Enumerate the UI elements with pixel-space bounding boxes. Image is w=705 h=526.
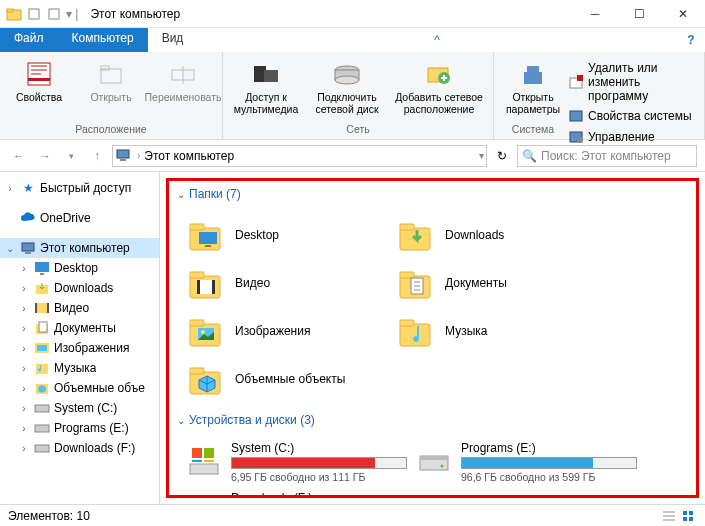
folder-item[interactable]: Музыка — [391, 307, 601, 355]
drive-item[interactable]: System (C:)6,95 ГБ свободно из 111 ГБ — [181, 437, 411, 487]
nav-recent-button[interactable]: ▾ — [60, 145, 82, 167]
sidebar-music[interactable]: ›Музыка — [0, 358, 159, 378]
map-drive-icon — [331, 58, 363, 90]
sidebar-onedrive[interactable]: OneDrive — [0, 208, 159, 228]
svg-rect-77 — [689, 511, 693, 515]
refresh-button[interactable]: ↻ — [491, 145, 513, 167]
map-drive-button[interactable]: Подключить сетевой диск — [311, 56, 383, 117]
documents-icon — [34, 320, 50, 336]
window-title: Этот компьютер — [84, 7, 573, 21]
group-network-label: Сеть — [346, 121, 369, 135]
folder-label: Видео — [235, 276, 270, 290]
open-settings-button[interactable]: Открыть параметры — [502, 56, 564, 117]
sidebar-downloads[interactable]: ›Downloads — [0, 278, 159, 298]
uninstall-button[interactable]: Удалить или изменить программу — [564, 60, 696, 104]
nav-sidebar: ›★Быстрый доступ OneDrive ⌄Этот компьюте… — [0, 172, 160, 504]
drive-label: System (C:) — [231, 441, 407, 455]
drive-item[interactable]: Downloads (F:) — [181, 487, 411, 498]
svg-rect-61 — [400, 324, 430, 346]
rename-button[interactable]: Переименовать — [152, 56, 214, 106]
folder-label: Downloads — [445, 228, 504, 242]
sidebar-drive-f[interactable]: ›Downloads (F:) — [0, 438, 159, 458]
sidebar-video[interactable]: ›Видео — [0, 298, 159, 318]
address-bar: ← → ▾ ↑ › Этот компьютер ▾ ↻ 🔍 Поиск: Эт… — [0, 140, 705, 172]
qat-icon-2[interactable] — [46, 6, 62, 22]
drive-item[interactable]: Programs (E:)96,6 ГБ свободно из 599 ГБ — [411, 437, 641, 487]
sidebar-desktop[interactable]: ›Desktop — [0, 258, 159, 278]
help-icon[interactable]: ? — [677, 28, 705, 52]
add-location-button[interactable]: Добавить сетевое расположение — [393, 56, 485, 117]
svg-rect-25 — [120, 159, 126, 161]
pc-icon — [20, 240, 36, 256]
folder-item[interactable]: Изображения — [181, 307, 391, 355]
open-button[interactable]: Открыть — [80, 56, 142, 106]
tab-file[interactable]: Файл — [0, 28, 58, 52]
item-count: Элементов: 10 — [8, 509, 90, 523]
drive-icon — [415, 441, 453, 479]
svg-rect-5 — [28, 78, 50, 81]
search-icon: 🔍 — [522, 149, 537, 163]
group-system-label: Система — [512, 121, 554, 135]
folder-item[interactable]: Видео — [181, 259, 391, 307]
svg-rect-69 — [204, 460, 214, 462]
svg-rect-68 — [192, 460, 202, 462]
statusbar: Элементов: 10 — [0, 504, 705, 526]
folder-icon — [185, 263, 225, 303]
folders-section-header[interactable]: ⌄ Папки (7) — [169, 181, 682, 207]
sidebar-thispc[interactable]: ⌄Этот компьютер — [0, 238, 159, 258]
close-button[interactable]: ✕ — [661, 0, 705, 28]
sidebar-drive-c[interactable]: ›System (C:) — [0, 398, 159, 418]
sys-props-icon — [568, 108, 584, 124]
tab-view[interactable]: Вид — [148, 28, 198, 52]
properties-button[interactable]: Свойства — [8, 56, 70, 106]
nav-forward-button[interactable]: → — [34, 145, 56, 167]
sidebar-3d[interactable]: ›Объемные объе — [0, 378, 159, 398]
svg-rect-29 — [40, 273, 44, 275]
sidebar-drive-e[interactable]: ›Programs (E:) — [0, 418, 159, 438]
folder-item[interactable]: Downloads — [391, 211, 601, 259]
nav-back-button[interactable]: ← — [8, 145, 30, 167]
address-path[interactable]: › Этот компьютер ▾ — [112, 145, 487, 167]
titlebar: ▾ | Этот компьютер ─ ☐ ✕ — [0, 0, 705, 28]
drive-stats: 6,95 ГБ свободно из 111 ГБ — [231, 471, 407, 483]
qat-icon-1[interactable] — [26, 6, 42, 22]
folder-item[interactable]: Объемные объекты — [181, 355, 391, 403]
folder-label: Desktop — [235, 228, 279, 242]
svg-rect-26 — [22, 243, 34, 251]
media-access-button[interactable]: Доступ к мультимедиа — [231, 56, 301, 117]
svg-rect-78 — [683, 517, 687, 521]
search-input[interactable]: 🔍 Поиск: Этот компьютер — [517, 145, 697, 167]
svg-rect-50 — [190, 272, 204, 278]
svg-point-60 — [201, 330, 205, 334]
svg-rect-28 — [35, 262, 49, 272]
folder-item[interactable]: Документы — [391, 259, 601, 307]
chevron-down-icon: ⌄ — [177, 189, 185, 200]
drive-label: Downloads (F:) — [231, 491, 407, 498]
tab-computer[interactable]: Компьютер — [58, 28, 148, 52]
folder-item[interactable]: Desktop — [181, 211, 391, 259]
sys-props-button[interactable]: Свойства системы — [564, 107, 696, 125]
ribbon-collapse-icon[interactable]: ^ — [423, 28, 451, 52]
sidebar-quick-access[interactable]: ›★Быстрый доступ — [0, 178, 159, 198]
svg-rect-64 — [190, 368, 204, 374]
minimize-button[interactable]: ─ — [573, 0, 617, 28]
svg-rect-21 — [570, 111, 582, 121]
svg-rect-2 — [29, 9, 39, 19]
folder-icon — [395, 215, 435, 255]
maximize-button[interactable]: ☐ — [617, 0, 661, 28]
folder-icon — [185, 311, 225, 351]
ribbon-tabs: Файл Компьютер Вид ^ ? — [0, 28, 705, 52]
sidebar-pictures[interactable]: ›Изображения — [0, 338, 159, 358]
nav-up-button[interactable]: ↑ — [86, 145, 108, 167]
svg-rect-55 — [400, 272, 414, 278]
drive-icon — [185, 491, 223, 498]
view-thumbs-icon[interactable] — [681, 509, 697, 523]
drive-icon — [185, 441, 223, 479]
view-details-icon[interactable] — [661, 509, 677, 523]
svg-rect-24 — [117, 150, 129, 158]
svg-rect-18 — [527, 66, 539, 74]
sidebar-documents[interactable]: ›Документы — [0, 318, 159, 338]
drives-section-header[interactable]: ⌄ Устройства и диски (3) — [169, 407, 682, 433]
svg-rect-11 — [264, 70, 278, 82]
svg-rect-65 — [190, 464, 218, 474]
